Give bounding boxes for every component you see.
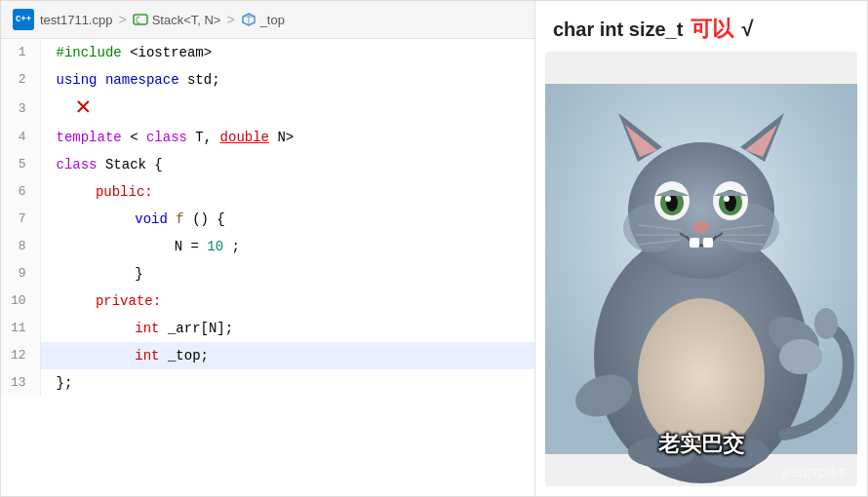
line-num-12: 12 — [1, 342, 40, 369]
checkmark: √ — [741, 17, 753, 42]
code-token: double — [220, 130, 269, 145]
line-code-2: using namespace std; — [40, 66, 534, 94]
line-num-13: 13 — [1, 369, 40, 397]
svg-point-11 — [814, 308, 838, 339]
code-token: <iostream> — [130, 45, 212, 60]
table-row: 10 private: — [1, 287, 534, 315]
code-token: _top; — [168, 348, 209, 363]
table-row: 1 #include <iostream> — [1, 39, 534, 66]
line-code-11: int _arr[N]; — [40, 315, 534, 342]
code-token: ; — [232, 239, 240, 254]
line-code-5: class Stack { — [40, 151, 534, 178]
member-icon — [241, 12, 256, 27]
code-token: _arr[N]; — [168, 321, 233, 336]
code-token: f — [176, 211, 183, 227]
code-area: 1 #include <iostream> 2 using namespace — [1, 39, 534, 496]
svg-rect-30 — [703, 238, 713, 248]
svg-point-10 — [779, 339, 822, 374]
code-token: using — [57, 72, 98, 88]
breadcrumb-class-label: Stack<T, N> — [152, 13, 221, 27]
code-token: 10 — [207, 239, 223, 254]
breadcrumb-bar: C++ test1711.cpp > C Stack<T, N> > — [1, 1, 534, 39]
line-code-13: }; — [40, 369, 534, 397]
breadcrumb-class: C Stack<T, N> — [133, 12, 221, 27]
breadcrumb-sep-2: > — [226, 12, 234, 27]
line-num-4: 4 — [1, 124, 40, 151]
main-container: C++ test1711.cpp > C Stack<T, N> > — [0, 0, 868, 497]
svg-point-28 — [693, 221, 709, 233]
code-token: () { — [192, 211, 225, 227]
table-row: 13 }; — [1, 369, 534, 397]
cpp-icon: C++ — [13, 9, 34, 30]
line-num-5: 5 — [1, 151, 40, 178]
code-token: T, — [195, 130, 219, 145]
code-token: private: — [96, 293, 161, 309]
class-icon: C — [133, 12, 148, 27]
code-panel: C++ test1711.cpp > C Stack<T, N> > — [1, 1, 535, 496]
table-row: 9 } — [1, 260, 534, 287]
table-row: 5 class Stack { — [1, 151, 534, 178]
line-code-10: private: — [40, 287, 534, 315]
code-table: 1 #include <iostream> 2 using namespace — [1, 39, 534, 397]
code-token: N> — [277, 130, 294, 145]
code-token: void — [135, 211, 168, 227]
error-x-icon: ✕ — [76, 94, 92, 121]
code-token: < — [130, 130, 138, 145]
table-row: 11 int _arr[N]; — [1, 315, 534, 342]
tom-cat-svg — [545, 52, 857, 486]
table-row: 12 int _top; — [1, 342, 534, 369]
line-num-2: 2 — [1, 66, 40, 94]
right-panel: char int size_t 可以 √ — [535, 1, 867, 496]
breadcrumb-sep-1: > — [118, 12, 126, 27]
line-code-12: int _top; — [40, 342, 534, 369]
meme-caption: 老实巴交 — [545, 430, 857, 459]
line-code-1: #include <iostream> — [40, 39, 534, 66]
table-row: 4 template < class T, double N> — [1, 124, 534, 151]
table-row: 2 using namespace std; — [1, 66, 534, 94]
table-row: 7 void f () { — [1, 206, 534, 233]
code-token: #include — [57, 45, 122, 60]
code-token: std; — [187, 72, 220, 88]
code-token: template — [57, 130, 122, 145]
watermark: @51CTO博客 — [781, 466, 848, 480]
svg-rect-29 — [690, 238, 699, 248]
code-token: } — [135, 266, 142, 282]
table-row: 8 N = 10 ; — [1, 233, 534, 260]
code-token: N = — [175, 239, 208, 254]
line-code-7: void f () { — [40, 206, 534, 233]
code-token: Stack { — [105, 157, 163, 172]
code-token: class — [146, 130, 187, 145]
line-num-1: 1 — [1, 39, 40, 66]
line-code-4: template < class T, double N> — [40, 124, 534, 151]
code-token: int — [135, 321, 159, 336]
header-text: char int size_t 可以 √ — [535, 1, 867, 52]
code-token: int — [135, 348, 159, 363]
line-num-3: 3 — [1, 94, 40, 124]
breadcrumb-file-label: test1711.cpp — [40, 13, 112, 27]
line-num-10: 10 — [1, 287, 40, 315]
line-num-6: 6 — [1, 178, 40, 206]
line-code-3: ✕ — [40, 94, 534, 124]
svg-text:C: C — [136, 17, 140, 25]
breadcrumb-member-label: _top — [260, 13, 285, 27]
line-code-8: N = 10 ; — [40, 233, 534, 260]
line-num-7: 7 — [1, 206, 40, 233]
line-num-9: 9 — [1, 260, 40, 287]
line-code-6: public: — [40, 178, 534, 206]
svg-point-27 — [724, 196, 730, 202]
line-num-8: 8 — [1, 233, 40, 260]
meme-image: 老实巴交 @51CTO博客 — [545, 52, 857, 486]
breadcrumb-file: test1711.cpp — [40, 13, 112, 27]
table-row: 3 ✕ — [1, 94, 534, 124]
code-token: public: — [96, 184, 153, 200]
code-token: class — [57, 157, 98, 172]
line-num-11: 11 — [1, 315, 40, 342]
code-token: }; — [57, 375, 73, 391]
svg-point-23 — [665, 196, 671, 202]
table-row: 6 public: — [1, 178, 534, 206]
highlight-label: 可以 — [690, 15, 733, 44]
breadcrumb-member: _top — [241, 12, 285, 27]
line-code-9: } — [40, 260, 534, 287]
code-token: namespace — [105, 72, 179, 88]
type-labels: char int size_t — [553, 19, 683, 41]
